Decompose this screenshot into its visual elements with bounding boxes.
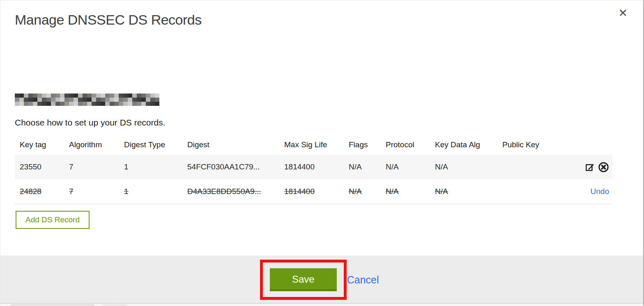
cell-digest-type: 1 <box>119 179 182 204</box>
cell-max-sig-life: 1814400 <box>279 179 344 204</box>
cell-digest-type: 1 <box>119 155 182 179</box>
cell-flags: N/A <box>344 179 381 204</box>
header-algorithm: Algorithm <box>64 135 119 155</box>
cell-flags: N/A <box>344 155 381 179</box>
delete-record-icon[interactable] <box>598 162 609 173</box>
cell-protocol: N/A <box>381 179 430 204</box>
header-protocol: Protocol <box>381 135 430 155</box>
cell-key-tag: 24828 <box>15 179 64 204</box>
cell-algorithm: 7 <box>64 179 119 204</box>
subtitle-text: Choose how to set up your DS records. <box>15 118 166 128</box>
cell-key-data-alg: N/A <box>430 179 497 204</box>
dnssec-modal: Manage DNSSEC DS Records ✕ Choose how to… <box>0 0 644 306</box>
cell-public-key <box>497 179 559 204</box>
header-key-data-alg: Key Data Alg <box>430 135 497 155</box>
edit-record-icon[interactable] <box>585 162 595 172</box>
header-digest-type: Digest Type <box>119 135 182 155</box>
header-max-sig-life: Max Sig Life <box>279 135 344 155</box>
table-row: 23550 7 1 54FCF030AA1C79... 1814400 N/A … <box>15 155 612 179</box>
table-header-row: Key tag Algorithm Digest Type Digest Max… <box>15 135 612 155</box>
undo-link[interactable]: Undo <box>591 187 609 196</box>
header-key-tag: Key tag <box>15 135 64 155</box>
redacted-domain-name <box>15 94 159 106</box>
cell-digest: 54FCF030AA1C79... <box>182 155 279 179</box>
cell-actions: Undo <box>559 179 612 204</box>
cell-max-sig-life: 1814400 <box>279 155 344 179</box>
cell-public-key <box>497 155 559 179</box>
header-flags: Flags <box>344 135 381 155</box>
page-title: Manage DNSSEC DS Records <box>15 12 202 28</box>
modal-footer: Save Cancel <box>0 256 643 303</box>
ds-records-table: Key tag Algorithm Digest Type Digest Max… <box>15 135 612 204</box>
cell-key-data-alg: N/A <box>430 155 497 179</box>
cell-algorithm: 7 <box>64 155 119 179</box>
close-icon[interactable]: ✕ <box>618 8 628 19</box>
cell-actions <box>559 155 612 179</box>
table-row-deleted: 24828 7 1 D4A33E8DD550A9... 1814400 N/A … <box>15 179 612 204</box>
footer-actions-group: Save Cancel <box>260 260 379 300</box>
add-ds-record-button[interactable]: Add DS Record <box>16 211 90 229</box>
save-button[interactable]: Save <box>270 268 337 291</box>
header-digest: Digest <box>182 135 279 155</box>
header-public-key: Public Key <box>497 135 559 155</box>
cancel-link[interactable]: Cancel <box>347 274 379 286</box>
cell-key-tag: 23550 <box>15 155 64 179</box>
underlying-page-edge <box>0 303 643 306</box>
red-annotation-box: Save <box>260 260 347 300</box>
cell-digest: D4A33E8DD550A9... <box>182 179 279 204</box>
header-actions <box>559 135 612 155</box>
cell-protocol: N/A <box>381 155 430 179</box>
